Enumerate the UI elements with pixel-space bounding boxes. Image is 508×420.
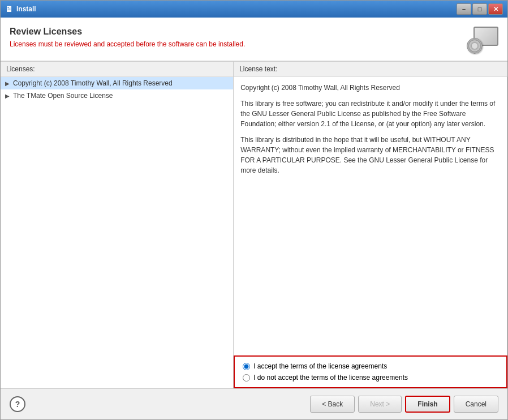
decline-radio[interactable]: [243, 374, 250, 382]
accept-radio-option[interactable]: I accept the terms of the license agreem…: [243, 362, 498, 370]
finish-button[interactable]: Finish: [405, 396, 450, 413]
license-text-panel-header: License text:: [234, 62, 507, 77]
footer-left: ?: [10, 396, 25, 412]
expand-arrow-icon: ▶: [5, 80, 10, 87]
footer: ? < Back Next > Finish Cancel: [1, 388, 507, 419]
licenses-panel-header: Licenses:: [1, 62, 233, 77]
decline-underline: d: [257, 374, 261, 382]
license-item-label: The TMate Open Source License: [13, 92, 113, 100]
license-text-p3: This library is distributed in the hope …: [240, 135, 500, 175]
install-window: 🖥 Install – □ ✕ Review Licenses Licenses…: [0, 0, 508, 420]
expand-arrow-icon: ▶: [5, 93, 10, 99]
accept-section: I accept the terms of the license agreem…: [234, 355, 507, 388]
cancel-button[interactable]: Cancel: [454, 396, 498, 413]
list-item[interactable]: ▶ The TMate Open Source License: [1, 89, 233, 102]
titlebar-buttons: – □ ✕: [457, 3, 503, 15]
license-text-content[interactable]: Copyright (c) 2008 Timothy Wall, All Rig…: [234, 77, 507, 355]
header-icon: [467, 27, 498, 54]
header-text: Review Licenses Licenses must be reviewe…: [10, 27, 245, 48]
next-button[interactable]: Next >: [358, 396, 402, 413]
minimize-button[interactable]: –: [457, 3, 471, 15]
cd-icon: [467, 38, 483, 54]
left-panel: Licenses: ▶ Copyright (c) 2008 Timothy W…: [1, 62, 234, 388]
window-title: Install: [16, 5, 457, 13]
license-text-p1: Copyright (c) 2008 Timothy Wall, All Rig…: [240, 83, 500, 93]
content-area: Review Licenses Licenses must be reviewe…: [1, 18, 507, 388]
right-panel: License text: Copyright (c) 2008 Timothy…: [234, 62, 507, 388]
help-button[interactable]: ?: [10, 396, 25, 412]
accept-radio[interactable]: [243, 363, 250, 370]
accept-radio-label: I accept the terms of the license agreem…: [253, 362, 387, 370]
decline-radio-label: I do not accept the terms of the license…: [253, 374, 408, 382]
license-list[interactable]: ▶ Copyright (c) 2008 Timothy Wall, All R…: [1, 77, 233, 388]
back-button[interactable]: < Back: [310, 396, 355, 413]
decline-radio-option[interactable]: I do not accept the terms of the license…: [243, 374, 498, 382]
license-text-p2: This library is free software; you can r…: [240, 98, 500, 129]
page-title: Review Licenses: [10, 27, 245, 37]
accept-underline: I: [253, 362, 255, 370]
footer-right: < Back Next > Finish Cancel: [310, 396, 498, 413]
close-button[interactable]: ✕: [488, 3, 503, 15]
titlebar: 🖥 Install – □ ✕: [1, 1, 507, 18]
window-icon: 🖥: [5, 5, 13, 14]
maximize-button[interactable]: □: [472, 3, 487, 15]
panels-container: Licenses: ▶ Copyright (c) 2008 Timothy W…: [1, 61, 507, 388]
license-item-label: Copyright (c) 2008 Timothy Wall, All Rig…: [13, 79, 173, 87]
page-subtitle: Licenses must be reviewed and accepted b…: [10, 40, 245, 48]
header-section: Review Licenses Licenses must be reviewe…: [1, 18, 507, 61]
list-item[interactable]: ▶ Copyright (c) 2008 Timothy Wall, All R…: [1, 77, 233, 89]
